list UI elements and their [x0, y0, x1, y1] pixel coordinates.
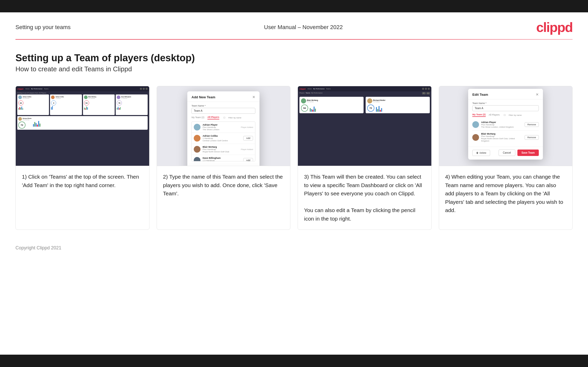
db-topbar-3: clippd Home My Performance Teams: [298, 86, 431, 91]
dialog-footer: Cancel Save Team: [187, 164, 259, 166]
player-list: Adrian Player Plus HandicapThe Show Lond…: [191, 121, 255, 161]
edit-tab-my-team[interactable]: My Team (2): [472, 113, 485, 117]
db-subtitle-1: Finding 5 out of 5 players from: All Pla…: [16, 91, 149, 94]
edit-filter-checkbox[interactable]: ☐: [504, 114, 506, 116]
edit-player-avatar-2: [472, 134, 479, 141]
edit-player-info-1: Adrian Player Plus HandicapThe Show Lond…: [481, 121, 522, 128]
add-player-4-button[interactable]: Add: [243, 158, 253, 161]
edit-dialog-title: Edit Team: [472, 93, 488, 97]
db-nav-3: Home My Performance Teams: [308, 88, 331, 90]
edit-player-avatar-1: [472, 121, 479, 128]
header: Setting up your teams User Manual – Nove…: [0, 12, 588, 39]
dashboard-mockup-3: clippd Home My Performance Teams Players…: [298, 86, 431, 166]
edit-team-name-input[interactable]: Team A: [472, 105, 539, 111]
edit-dialog-footer: 🗑 Delete Cancel Save Team: [468, 147, 543, 160]
delete-icon: 🗑: [476, 152, 478, 154]
edit-tab-all-players[interactable]: All Players: [489, 113, 500, 117]
card-2: Add New Team ✕ Team Name * Team A My Tea…: [157, 86, 291, 230]
dialog-body: Team Name * Team A My Team (2) All Playe…: [187, 102, 259, 164]
db-avatar-ap: [18, 95, 22, 99]
remove-player-1-button[interactable]: Remove: [525, 122, 539, 127]
card-3-description: 3) This Team will then be created. You c…: [298, 166, 431, 230]
team-avatar-bm: [301, 98, 306, 103]
footer: Copyright Clippd 2021: [0, 240, 588, 258]
page-subheading: How to create and edit Teams in Clippd: [15, 65, 573, 73]
card-4: Edit Team ✕ Team Name * Team A My Team (…: [439, 86, 573, 230]
edit-dialog-body: Team Name * Team A My Team (2) All Playe…: [468, 99, 543, 147]
player-item-4: Dave Billingham 1.5 HandicapThe Dog Mayi…: [192, 155, 255, 161]
db-nav-1: Home My Performance Teams: [26, 88, 49, 90]
top-bar: [0, 0, 588, 12]
team-name-input[interactable]: Team A: [191, 108, 255, 114]
db-logo-3: clippd: [299, 88, 306, 90]
edit-player-item-1: Adrian Player Plus HandicapThe Show Lond…: [472, 119, 539, 130]
remove-player-2-button[interactable]: Remove: [525, 135, 539, 140]
team-pcard-rb: Richard Butler Plus Handicap 72: [366, 97, 430, 113]
player-info-1: Adrian Player Plus HandicapThe Show Lond…: [203, 124, 239, 131]
player-item-2: Adrian Coliba 1 HandicapCentral London G…: [192, 133, 255, 144]
db-nav-tabs-3: Players Teams My Performance ▼ ✏: [298, 91, 431, 95]
dialog-header: Add New Team ✕: [187, 91, 259, 102]
db-logo-1: clippd: [17, 88, 23, 90]
tab-my-team[interactable]: My Team (2): [191, 116, 204, 119]
card-2-description: 2) Type the name of this Team and then s…: [157, 166, 290, 230]
edit-dialog-tabs: My Team (2) All Players ☐ Filter by name: [472, 113, 539, 117]
player-avatar-2: [194, 135, 200, 142]
player-item-1: Adrian Player Plus HandicapThe Show Lond…: [192, 122, 255, 133]
db-avatar-bm: [84, 95, 88, 99]
card-1: clippd Home My Performance Teams Finding…: [15, 86, 149, 230]
dialog-title: Add New Team: [191, 95, 215, 99]
db-controls-3: [422, 88, 430, 90]
add-team-dialog: Add New Team ✕ Team Name * Team A My Tea…: [187, 91, 259, 166]
player-info-3: Blair McHarg Plus HandicapRoyal North De…: [203, 146, 239, 153]
player-item-3: Blair McHarg Plus HandicapRoyal North De…: [192, 144, 255, 155]
dialog-tabs: My Team (2) All Players ☐ Filter by name: [191, 116, 255, 119]
card-4-screenshot: Edit Team ✕ Team Name * Team A My Team (…: [439, 86, 573, 166]
edit-team-dialog: Edit Team ✕ Team Name * Team A My Team (…: [468, 89, 543, 160]
filter-label: Filter by name: [228, 117, 241, 119]
player-avatar-3: [194, 146, 200, 153]
db-controls-1: [140, 88, 148, 90]
db-pcard-ac: Adrian Coliba 1 Handicap 0: [50, 94, 82, 115]
header-left-label: Setting up your teams: [15, 24, 71, 31]
clippd-logo: clippd: [536, 20, 573, 35]
db-topbar-1: clippd Home My Performance Teams: [16, 86, 149, 91]
card-3: clippd Home My Performance Teams Players…: [298, 86, 432, 230]
team-pcard-bm: Blair McHarg Plus Handicap 94: [299, 97, 364, 113]
page-heading: Setting up a Team of players (desktop): [15, 53, 573, 64]
team-players-3: Blair McHarg Plus Handicap 94: [298, 97, 431, 113]
cards-container: clippd Home My Performance Teams Finding…: [0, 81, 588, 240]
edit-save-team-button[interactable]: Save Team: [517, 150, 539, 156]
card-1-screenshot: clippd Home My Performance Teams Finding…: [16, 86, 149, 166]
team-avatar-rb: [367, 98, 372, 103]
tab-all-players[interactable]: All Players: [207, 116, 219, 119]
card-2-screenshot: Add New Team ✕ Team Name * Team A My Tea…: [157, 86, 290, 166]
delete-team-button[interactable]: 🗑 Delete: [472, 150, 490, 156]
edit-dialog-close-icon[interactable]: ✕: [536, 92, 539, 97]
player-status-1: Player Added: [241, 126, 253, 128]
db-pcard-db: Dave Billingham 1.5 Handicap 78: [116, 94, 147, 115]
edit-filter-label: Filter by name: [509, 114, 522, 116]
edit-action-buttons: Cancel Save Team: [499, 150, 539, 156]
edit-cancel-button[interactable]: Cancel: [499, 150, 515, 156]
card-3-screenshot: clippd Home My Performance Teams Players…: [298, 86, 431, 166]
db-pcard-bm: Blair McHarg Plus Handicap 94: [83, 94, 115, 115]
dialog-close-icon[interactable]: ✕: [252, 95, 255, 99]
edit-team-name-label: Team Name *: [472, 102, 539, 104]
db-avatar-db: [117, 95, 120, 99]
dashboard-mockup-1: clippd Home My Performance Teams Finding…: [16, 86, 149, 166]
db-avatar-ac: [51, 95, 55, 99]
page-title-section: Setting up a Team of players (desktop) H…: [0, 40, 588, 81]
edit-dialog-header: Edit Team ✕: [468, 89, 543, 99]
add-player-2-button[interactable]: Add: [243, 136, 253, 141]
player-avatar-4: [194, 157, 200, 161]
filter-checkbox[interactable]: ☐: [223, 117, 225, 119]
db-avatar-rb: [18, 117, 22, 121]
header-center-label: User Manual – November 2022: [264, 24, 343, 31]
player-info-2: Adrian Coliba 1 HandicapCentral London G…: [203, 135, 241, 142]
player-avatar-1: [194, 124, 200, 130]
db-pcard-ap: Adrian Collins Plus Handicap 84: [17, 94, 49, 115]
card-1-description: 1) Click on 'Teams' at the top of the sc…: [16, 166, 149, 230]
team-name-label: Team Name *: [191, 104, 255, 107]
edit-player-info-2: Blair McHarg Plus HandicapRoyal North De…: [481, 133, 522, 142]
